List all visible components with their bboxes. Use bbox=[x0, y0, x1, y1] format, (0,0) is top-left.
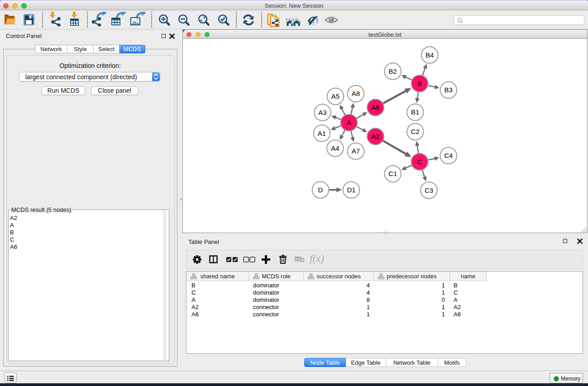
svg-text:B: B bbox=[417, 80, 422, 87]
svg-text:C2: C2 bbox=[411, 128, 420, 135]
svg-text:B3: B3 bbox=[445, 86, 453, 94]
svg-text:A4: A4 bbox=[331, 144, 339, 152]
svg-text:A2: A2 bbox=[371, 133, 379, 140]
svg-text:A6: A6 bbox=[371, 104, 379, 111]
svg-text:B2: B2 bbox=[389, 67, 397, 75]
svg-text:A1: A1 bbox=[318, 129, 326, 137]
svg-text:C: C bbox=[417, 158, 422, 166]
svg-text:C3: C3 bbox=[425, 186, 433, 194]
svg-text:A5: A5 bbox=[331, 92, 339, 100]
svg-text:B1: B1 bbox=[411, 108, 419, 116]
svg-text:C1: C1 bbox=[388, 170, 397, 177]
svg-text:D1: D1 bbox=[347, 186, 355, 194]
svg-text:B4: B4 bbox=[425, 51, 434, 59]
svg-text:A3: A3 bbox=[318, 109, 326, 116]
svg-text:D: D bbox=[318, 186, 323, 194]
svg-text:C4: C4 bbox=[444, 152, 453, 159]
svg-text:A: A bbox=[347, 119, 351, 126]
svg-text:A8: A8 bbox=[352, 90, 360, 97]
svg-text:A7: A7 bbox=[352, 147, 360, 155]
